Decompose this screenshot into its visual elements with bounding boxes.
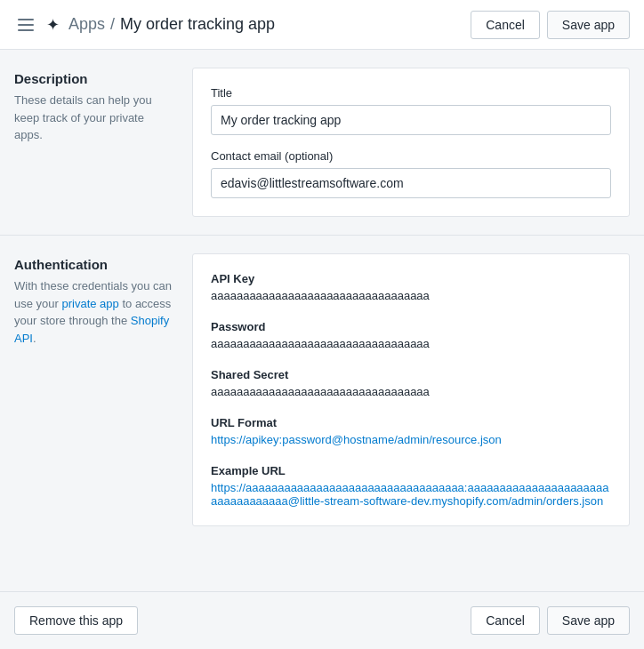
authentication-label-area: Authentication With these credentials yo… [14,253,174,526]
header-left: ✦ Apps / My order tracking app [14,15,471,35]
example-url-value: https://aaaaaaaaaaaaaaaaaaaaaaaaaaaaaaaa… [211,481,611,508]
description-section: Description These details can help you k… [14,68,630,217]
breadcrumb-apps[interactable]: Apps [68,15,105,34]
url-format-label: URL Format [211,416,611,429]
header-save-button[interactable]: Save app [547,11,630,39]
shared-secret-label: Shared Secret [211,368,611,381]
title-label: Title [211,86,611,100]
title-input[interactable] [211,105,611,135]
email-label: Contact email (optional) [211,149,611,163]
page-footer: Remove this app Cancel Save app [0,591,644,649]
url-format-value: https://apikey:password@hostname/admin/r… [211,433,611,446]
password-field: Password aaaaaaaaaaaaaaaaaaaaaaaaaaaaaaa… [211,320,611,350]
password-label: Password [211,320,611,333]
email-field-group: Contact email (optional) [211,149,611,198]
email-input[interactable] [211,168,611,198]
title-field-group: Title [211,86,611,135]
example-url-label: Example URL [211,464,611,477]
breadcrumb-current: My order tracking app [120,15,275,34]
page-content: Description These details can help you k… [0,50,644,562]
api-key-field: API Key aaaaaaaaaaaaaaaaaaaaaaaaaaaaaaaa… [211,272,611,302]
breadcrumb-separator: / [110,15,115,34]
auth-private-app-link[interactable]: private app [61,297,118,310]
header-actions: Cancel Save app [471,11,630,39]
breadcrumb: Apps / My order tracking app [68,15,275,34]
remove-app-button[interactable]: Remove this app [14,606,138,635]
shared-secret-value: aaaaaaaaaaaaaaaaaaaaaaaaaaaaaaaaaa [211,385,611,398]
header-cancel-button[interactable]: Cancel [471,11,540,39]
api-key-value: aaaaaaaaaaaaaaaaaaaaaaaaaaaaaaaaaa [211,289,611,302]
footer-save-button[interactable]: Save app [547,606,630,635]
example-url-field: Example URL https://aaaaaaaaaaaaaaaaaaaa… [211,464,611,508]
shared-secret-field: Shared Secret aaaaaaaaaaaaaaaaaaaaaaaaaa… [211,368,611,398]
authentication-heading: Authentication [14,257,174,272]
section-divider [0,235,644,236]
authentication-section: Authentication With these credentials yo… [14,253,630,526]
authentication-helper: With these credentials you can use your … [14,277,174,347]
url-format-field: URL Format https://apikey:password@hostn… [211,416,611,446]
menu-icon[interactable] [14,15,37,35]
description-heading: Description [14,71,174,86]
password-value: aaaaaaaaaaaaaaaaaaaaaaaaaaaaaaaaaa [211,337,611,350]
authentication-card: API Key aaaaaaaaaaaaaaaaaaaaaaaaaaaaaaaa… [192,253,630,526]
auth-text-suffix: . [33,332,36,345]
description-label-area: Description These details can help you k… [14,68,174,217]
apps-icon: ✦ [46,15,60,35]
footer-actions: Cancel Save app [471,606,630,635]
header: ✦ Apps / My order tracking app Cancel Sa… [0,0,644,50]
footer-cancel-button[interactable]: Cancel [471,606,540,635]
description-helper: These details can help you keep track of… [14,92,174,144]
description-card: Title Contact email (optional) [192,68,630,217]
api-key-label: API Key [211,272,611,285]
